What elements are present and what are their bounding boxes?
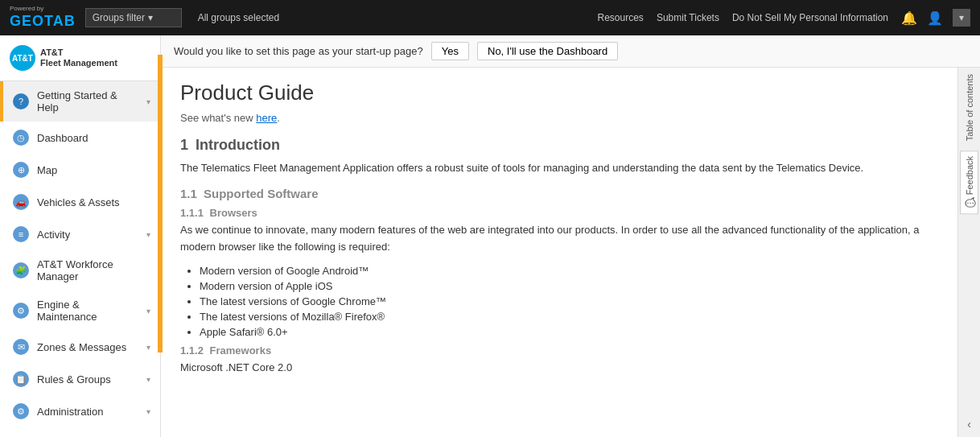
- administration-icon: ⚙: [13, 403, 29, 419]
- dashboard-icon: ◷: [13, 130, 29, 146]
- startup-bar: Would you like to set this page as your …: [161, 35, 980, 68]
- user-icon[interactable]: 👤: [927, 10, 943, 26]
- list-item: Apple Safari® 6.0+: [200, 326, 938, 338]
- page-title: Product Guide: [180, 80, 938, 105]
- top-icons: 🔔 👤 ▾: [901, 9, 970, 27]
- groups-filter-label: Groups filter: [93, 12, 145, 23]
- orange-scroll-indicator: [158, 55, 163, 352]
- chevron-icon: ▾: [146, 230, 150, 239]
- chevron-icon: ▾: [146, 97, 150, 106]
- sidebar-item-rules[interactable]: 📋 Rules & Groups ▾: [0, 363, 160, 395]
- chevron-icon: ▾: [146, 375, 150, 384]
- sidebar-item-label: Map: [37, 164, 150, 176]
- see-new-link[interactable]: here: [256, 112, 277, 124]
- workforce-icon: 🧩: [13, 262, 29, 278]
- sidebar-item-dashboard[interactable]: ◷ Dashboard: [0, 122, 160, 154]
- section-1-1-title: Supported Software: [204, 187, 319, 200]
- sidebar-item-label: Dashboard: [37, 132, 150, 144]
- resources-link[interactable]: Resources: [598, 12, 644, 23]
- content-wrapper: Would you like to set this page as your …: [161, 35, 980, 437]
- list-item: The latest versions of Google Chrome™: [200, 295, 938, 307]
- list-item: Modern version of Apple iOS: [200, 280, 938, 292]
- att-circle-icon: AT&T: [10, 45, 35, 71]
- main-layout: AT&T AT&T Fleet Management ? Getting Sta…: [0, 35, 980, 437]
- notification-icon[interactable]: 🔔: [901, 10, 917, 26]
- powered-by: Powered by GEOTAB: [10, 5, 76, 30]
- sidebar-item-zones[interactable]: ✉ Zones & Messages ▾: [0, 331, 160, 363]
- att-name: AT&T: [40, 47, 117, 58]
- sidebar-item-map[interactable]: ⊕ Map: [0, 154, 160, 186]
- feedback-icon: 💬: [964, 198, 974, 208]
- dropdown-arrow: ▾: [959, 12, 964, 23]
- sidebar-item-label: AT&T Workforce Manager: [37, 258, 150, 282]
- top-bar-right: Resources Submit Tickets Do Not Sell My …: [598, 9, 970, 27]
- section-1-1-1-title: Browsers: [210, 207, 257, 219]
- all-groups-label: All groups selected: [198, 12, 279, 23]
- sidebar: AT&T AT&T Fleet Management ? Getting Sta…: [0, 35, 161, 437]
- zones-icon: ✉: [13, 339, 29, 355]
- att-subtitle: Fleet Management: [40, 58, 117, 68]
- sidebar-item-administration[interactable]: ⚙ Administration ▾: [0, 395, 160, 427]
- list-item: Modern version of Google Android™: [200, 265, 938, 277]
- section-1-1-2-body: Microsoft .NET Core 2.0: [180, 360, 938, 377]
- chevron-left-icon: ‹: [967, 418, 971, 431]
- section-1-1-heading: 1.1 Supported Software: [180, 187, 938, 200]
- sidebar-item-activity[interactable]: ≡ Activity ▾: [0, 218, 160, 250]
- sidebar-item-vehicles[interactable]: 🚗 Vehicles & Assets: [0, 186, 160, 218]
- yes-button[interactable]: Yes: [431, 42, 469, 60]
- sidebar-item-label: Activity: [37, 229, 138, 241]
- att-logo-text: AT&T: [12, 54, 33, 63]
- top-bar-left: Powered by GEOTAB Groups filter ▾ All gr…: [10, 5, 279, 30]
- chevron-icon: ▾: [146, 307, 150, 315]
- section-1-1-2-num: 1.1.2: [180, 344, 204, 357]
- att-logo: AT&T AT&T Fleet Management: [10, 45, 117, 71]
- sidebar-items: ? Getting Started & Help ▾ ◷ Dashboard ⊕…: [0, 81, 160, 437]
- engine-icon: ⚙: [13, 303, 29, 319]
- sidebar-header: AT&T AT&T Fleet Management: [0, 35, 160, 81]
- sidebar-item-getting-started[interactable]: ? Getting Started & Help ▾: [0, 81, 160, 122]
- sidebar-item-label: Vehicles & Assets: [37, 196, 150, 208]
- section-1-1-1-heading: 1.1.1 Browsers: [180, 207, 938, 219]
- see-new-suffix: .: [277, 112, 280, 124]
- chevron-down-icon: ▾: [148, 12, 153, 23]
- collapse-button[interactable]: ‹: [964, 411, 974, 437]
- see-new-text: See what's new here.: [180, 112, 938, 124]
- startup-question: Would you like to set this page as your …: [174, 45, 423, 57]
- section-1-body: The Telematics Fleet Management Applicat…: [180, 160, 938, 177]
- geotab-logo: GEOTAB: [10, 13, 76, 31]
- section-1-heading: 1 Introduction: [180, 137, 938, 154]
- sidebar-item-label: Rules & Groups: [37, 373, 138, 385]
- submit-tickets-link[interactable]: Submit Tickets: [657, 12, 719, 23]
- no-dashboard-button[interactable]: No, I'll use the Dashboard: [477, 42, 618, 60]
- sidebar-item-label: Administration: [37, 406, 138, 418]
- content-main: Product Guide See what's new here. 1 Int…: [161, 68, 957, 437]
- content-area: Product Guide See what's new here. 1 Int…: [161, 68, 980, 437]
- section-1-num: 1: [180, 137, 188, 153]
- browser-list: Modern version of Google Android™ Modern…: [200, 265, 938, 338]
- map-icon: ⊕: [13, 162, 29, 178]
- att-brand-text: AT&T Fleet Management: [40, 47, 117, 68]
- do-not-sell-link[interactable]: Do Not Sell My Personal Information: [732, 12, 888, 23]
- section-1-1-1-num: 1.1.1: [180, 207, 204, 219]
- feedback-label: Feedback: [965, 156, 974, 195]
- right-panel: Table of contents 💬 Feedback ‹: [957, 68, 980, 437]
- groups-filter[interactable]: Groups filter ▾: [85, 8, 182, 27]
- see-new-prefix: See what's new: [180, 112, 256, 124]
- section-1-1-1-body: As we continue to innovate, many modern …: [180, 222, 938, 256]
- section-1-1-2-heading: 1.1.2 Frameworks: [180, 344, 938, 357]
- feedback-button[interactable]: 💬 Feedback: [960, 150, 978, 214]
- list-item: The latest versions of Mozilla® Firefox®: [200, 311, 938, 323]
- sidebar-item-label: Zones & Messages: [37, 341, 138, 353]
- section-1-title: Introduction: [196, 137, 280, 153]
- section-1-1-2-title: Frameworks: [210, 344, 272, 357]
- rules-icon: 📋: [13, 371, 29, 387]
- section-1-1-num: 1.1: [180, 187, 197, 200]
- sidebar-item-label: Getting Started & Help: [37, 89, 138, 113]
- toc-label[interactable]: Table of contents: [965, 68, 974, 147]
- sidebar-item-engine[interactable]: ⚙ Engine & Maintenance ▾: [0, 291, 160, 331]
- user-dropdown[interactable]: ▾: [953, 9, 970, 27]
- getting-started-icon: ?: [13, 93, 29, 109]
- top-bar: Powered by GEOTAB Groups filter ▾ All gr…: [0, 0, 980, 35]
- chevron-icon: ▾: [146, 343, 150, 352]
- sidebar-item-workforce[interactable]: 🧩 AT&T Workforce Manager: [0, 250, 160, 291]
